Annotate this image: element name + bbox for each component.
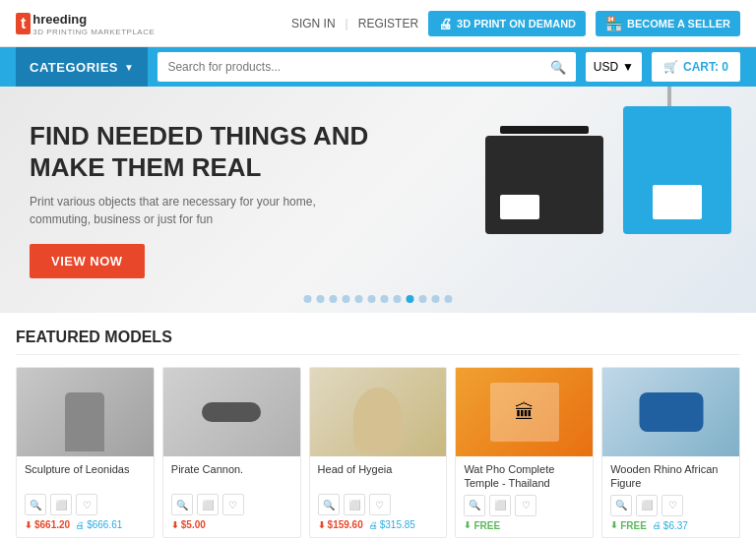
view-icon[interactable]: ⬜ bbox=[636, 495, 658, 516]
header: t hreeding 3D PRINTING MARKETPLACE SIGN … bbox=[0, 0, 756, 47]
temple-inner: 🏛 bbox=[490, 383, 559, 442]
product-actions: 🔍 ⬜ ♡ bbox=[25, 494, 146, 515]
print-icon: 🖨 bbox=[369, 520, 378, 530]
signin-link[interactable]: SIGN IN bbox=[291, 17, 336, 30]
download-price: ⬇ $661.20 bbox=[25, 519, 70, 530]
print-icon: 🖨 bbox=[653, 520, 662, 530]
view-icon[interactable]: ⬜ bbox=[50, 494, 72, 515]
product-info: Wooden Rhino African Figure 🔍 ⬜ ♡ ⬇ FREE… bbox=[602, 456, 739, 537]
carousel-dot[interactable] bbox=[445, 295, 453, 303]
product-prices: ⬇ FREE 🖨 $6.37 bbox=[610, 520, 731, 531]
hero-content: FIND NEEDED THINGS AND MAKE THEM REAL Pr… bbox=[30, 121, 374, 277]
logo-tagline: 3D PRINTING MARKETPLACE bbox=[32, 28, 155, 36]
zoom-icon[interactable]: 🔍 bbox=[171, 494, 193, 515]
dropdown-arrow-icon: ▼ bbox=[124, 62, 134, 73]
printer-top-rail bbox=[500, 126, 589, 134]
carousel-dot[interactable] bbox=[381, 295, 389, 303]
print-price: 🖨 $666.61 bbox=[76, 519, 122, 530]
product-name: Pirate Cannon. bbox=[171, 462, 292, 490]
print-icon: 🖨 bbox=[76, 520, 85, 530]
product-name: Wooden Rhino African Figure bbox=[610, 462, 731, 491]
printer-blue-body bbox=[623, 106, 731, 234]
printer-body bbox=[485, 136, 603, 234]
zoom-icon[interactable]: 🔍 bbox=[464, 495, 485, 516]
download-icon: ⬇ bbox=[464, 520, 472, 530]
product-card: Wooden Rhino African Figure 🔍 ⬜ ♡ ⬇ FREE… bbox=[601, 367, 740, 538]
carousel-dot[interactable] bbox=[394, 295, 402, 303]
carousel-dot-active[interactable] bbox=[407, 295, 414, 303]
product-info: Head of Hygeia 🔍 ⬜ ♡ ⬇ $159.60 🖨 $315.85 bbox=[310, 456, 447, 536]
download-price: ⬇ $159.60 bbox=[318, 519, 363, 530]
carousel-dot[interactable] bbox=[355, 295, 363, 303]
carousel-dot[interactable] bbox=[304, 295, 312, 303]
free-price: ⬇ FREE bbox=[464, 520, 500, 531]
heart-icon[interactable]: ♡ bbox=[662, 495, 683, 516]
carousel-dot[interactable] bbox=[368, 295, 376, 303]
cart-icon: 🛒 bbox=[663, 60, 678, 74]
product-thumbnail[interactable]: 🏛 bbox=[456, 368, 593, 456]
search-icon[interactable]: 🔍 bbox=[550, 60, 566, 75]
currency-selector[interactable]: USD ▼ bbox=[586, 52, 642, 82]
carousel-dots bbox=[304, 295, 453, 303]
heart-icon[interactable]: ♡ bbox=[369, 494, 391, 515]
carousel-dot[interactable] bbox=[419, 295, 427, 303]
product-thumbnail[interactable] bbox=[163, 368, 300, 456]
print-price: 🖨 $6.37 bbox=[653, 520, 688, 531]
heart-icon[interactable]: ♡ bbox=[76, 494, 97, 515]
product-actions: 🔍 ⬜ ♡ bbox=[610, 495, 731, 516]
carousel-dot[interactable] bbox=[343, 295, 350, 303]
view-now-button[interactable]: VIEW NOW bbox=[30, 244, 145, 278]
view-icon[interactable]: ⬜ bbox=[197, 494, 219, 515]
product-thumbnail[interactable] bbox=[17, 368, 154, 456]
product-actions: 🔍 ⬜ ♡ bbox=[464, 495, 585, 516]
bust-figure bbox=[353, 388, 403, 451]
printer-icon: 🖨 bbox=[438, 16, 452, 31]
download-icon: ⬇ bbox=[610, 520, 618, 530]
register-link[interactable]: REGISTER bbox=[358, 17, 418, 30]
zoom-icon[interactable]: 🔍 bbox=[25, 494, 46, 515]
product-card: Head of Hygeia 🔍 ⬜ ♡ ⬇ $159.60 🖨 $315.85 bbox=[309, 367, 448, 538]
cart-label: CART: 0 bbox=[683, 60, 728, 74]
heart-icon[interactable]: ♡ bbox=[222, 494, 244, 515]
product-thumbnail[interactable] bbox=[310, 368, 447, 456]
black-printer-image bbox=[480, 116, 608, 234]
cannon-figure bbox=[202, 402, 261, 422]
product-info: Sculpture of Leonidas 🔍 ⬜ ♡ ⬇ $661.20 🖨 … bbox=[17, 456, 154, 536]
categories-button[interactable]: CATEGORIES ▼ bbox=[16, 47, 148, 87]
zoom-icon[interactable]: 🔍 bbox=[318, 494, 340, 515]
search-bar: 🔍 bbox=[158, 52, 575, 82]
cart-button[interactable]: 🛒 CART: 0 bbox=[652, 52, 740, 82]
hero-images bbox=[480, 96, 736, 234]
logo-name: hreeding bbox=[32, 12, 87, 27]
download-icon: ⬇ bbox=[25, 520, 32, 530]
print-price: 🖨 $315.85 bbox=[369, 519, 415, 530]
become-seller-btn[interactable]: 🏪 BECOME A SELLER bbox=[596, 11, 740, 36]
product-prices: ⬇ $661.20 🖨 $666.61 bbox=[25, 519, 146, 530]
product-card: Pirate Cannon. 🔍 ⬜ ♡ ⬇ $5.00 bbox=[162, 367, 301, 538]
printer-blue-screen bbox=[653, 185, 702, 219]
product-prices: ⬇ $159.60 🖨 $315.85 bbox=[318, 519, 439, 530]
carousel-dot[interactable] bbox=[432, 295, 440, 303]
product-info: Pirate Cannon. 🔍 ⬜ ♡ ⬇ $5.00 bbox=[163, 456, 300, 536]
print-on-demand-btn[interactable]: 🖨 3D PRINT ON DEMAND bbox=[428, 11, 586, 36]
hero-description: Print various objects that are necessary… bbox=[30, 193, 374, 228]
product-card: Sculpture of Leonidas 🔍 ⬜ ♡ ⬇ $661.20 🖨 … bbox=[16, 367, 155, 538]
search-input[interactable] bbox=[167, 60, 549, 74]
view-icon[interactable]: ⬜ bbox=[344, 494, 365, 515]
product-prices: ⬇ FREE bbox=[464, 520, 585, 531]
rhino-figure bbox=[639, 392, 703, 432]
carousel-dot[interactable] bbox=[330, 295, 338, 303]
hero-title: FIND NEEDED THINGS AND MAKE THEM REAL bbox=[30, 121, 374, 182]
product-thumbnail[interactable] bbox=[602, 368, 739, 456]
download-icon: ⬇ bbox=[318, 520, 326, 530]
featured-title: FEATURED MODELS bbox=[16, 329, 740, 355]
logo[interactable]: t hreeding 3D PRINTING MARKETPLACE bbox=[16, 10, 155, 36]
categories-label: CATEGORIES bbox=[30, 60, 118, 75]
heart-icon[interactable]: ♡ bbox=[515, 495, 536, 516]
product-prices: ⬇ $5.00 bbox=[171, 519, 292, 530]
product-actions: 🔍 ⬜ ♡ bbox=[171, 494, 292, 515]
carousel-dot[interactable] bbox=[317, 295, 325, 303]
view-icon[interactable]: ⬜ bbox=[489, 495, 511, 516]
product-name: Sculpture of Leonidas bbox=[25, 462, 146, 490]
zoom-icon[interactable]: 🔍 bbox=[610, 495, 632, 516]
